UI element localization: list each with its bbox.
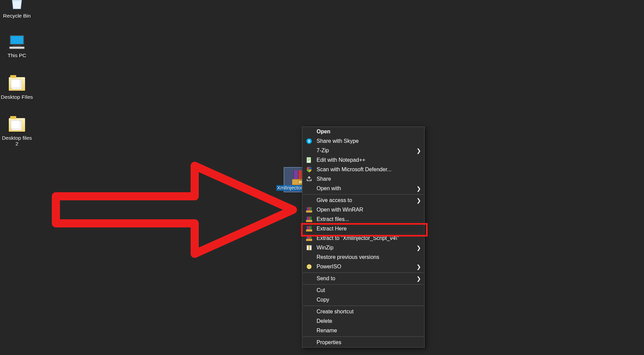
svg-rect-4 — [9, 47, 24, 49]
svg-rect-13 — [309, 246, 309, 247]
desktop-icon-label: This PC — [7, 52, 26, 58]
context-menu-send-to[interactable]: Send to ❯ — [302, 274, 424, 283]
menu-item-label: WinZip — [317, 245, 334, 251]
context-menu-create-shortcut[interactable]: Create shortcut — [302, 307, 424, 316]
menu-item-label: PowerISO — [317, 264, 341, 270]
context-menu-give-access[interactable]: Give access to ❯ — [302, 196, 424, 205]
menu-item-label: Extract Here — [317, 226, 347, 232]
menu-item-label: Share — [317, 176, 331, 182]
menu-item-label: Scan with Microsoft Defender... — [317, 167, 391, 173]
skype-icon: S — [306, 138, 313, 145]
menu-item-label: Cut — [317, 287, 325, 293]
desktop-icon-recycle-bin[interactable]: Recycle Bin — [0, 0, 34, 21]
svg-rect-14 — [309, 247, 309, 248]
defender-shield-icon — [306, 166, 313, 173]
context-menu-rename[interactable]: Rename — [302, 326, 424, 335]
svg-rect-15 — [309, 249, 309, 249]
context-menu-7zip[interactable]: 7-Zip ❯ — [302, 146, 424, 155]
folder-icon — [8, 116, 26, 134]
notepad-icon — [306, 157, 313, 163]
submenu-arrow-icon: ❯ — [416, 245, 421, 251]
menu-item-label: Share with Skype — [317, 138, 359, 144]
menu-separator — [303, 306, 424, 306]
menu-item-label: Open with WinRAR — [317, 207, 363, 213]
submenu-arrow-icon: ❯ — [416, 275, 421, 282]
menu-separator — [303, 272, 424, 273]
svg-rect-8 — [307, 158, 310, 159]
winrar-icon — [306, 225, 313, 232]
svg-rect-2 — [11, 36, 23, 44]
menu-item-label: Send to — [317, 275, 335, 282]
desktop-icon-label: Desktop files 2 — [2, 135, 32, 147]
menu-item-label: Copy — [317, 297, 329, 303]
menu-item-label: Extract files... — [317, 216, 349, 222]
share-icon — [306, 176, 313, 182]
submenu-arrow-icon: ❯ — [416, 148, 421, 154]
context-menu-extract-to[interactable]: Extract to "XmlInjector_Script_v4\" — [302, 234, 424, 243]
menu-item-label: 7-Zip — [317, 148, 329, 154]
context-menu-properties[interactable]: Properties — [302, 338, 424, 347]
svg-rect-7 — [307, 157, 311, 163]
folder-icon — [8, 75, 26, 93]
menu-separator — [303, 336, 424, 337]
context-menu-cut[interactable]: Cut — [302, 286, 424, 295]
context-menu-share-skype[interactable]: S Share with Skype — [302, 136, 424, 146]
submenu-arrow-icon: ❯ — [416, 185, 421, 192]
winzip-icon — [306, 244, 313, 251]
context-menu-share[interactable]: Share — [302, 174, 424, 184]
winrar-icon — [306, 235, 313, 242]
desktop-icon-this-pc[interactable]: This PC — [0, 31, 34, 60]
menu-item-label: Delete — [317, 318, 332, 324]
menu-separator — [303, 194, 424, 195]
recycle-bin-icon — [8, 0, 26, 12]
menu-item-label: Restore previous versions — [317, 254, 379, 260]
context-menu-extract-files[interactable]: Extract files... — [302, 215, 424, 224]
context-menu-copy[interactable]: Copy — [302, 295, 424, 305]
submenu-arrow-icon: ❯ — [416, 264, 421, 270]
desktop-icon-label: Recycle Bin — [3, 13, 31, 19]
context-menu-scan-defender[interactable]: Scan with Microsoft Defender... — [302, 165, 424, 174]
submenu-arrow-icon: ❯ — [416, 197, 421, 204]
svg-rect-9 — [307, 159, 310, 160]
winrar-icon — [306, 206, 313, 213]
desktop-icon-folder-1[interactable]: Desktop FIles — [0, 73, 34, 102]
context-menu-open-with[interactable]: Open with ❯ — [302, 184, 424, 193]
desktop-icon-label: Desktop FIles — [1, 94, 33, 100]
context-menu-poweriso[interactable]: PowerISO ❯ — [302, 262, 424, 271]
menu-item-label: Open with — [317, 185, 341, 192]
context-menu-delete[interactable]: Delete — [302, 316, 424, 326]
menu-item-label: Edit with Notepad++ — [317, 157, 365, 163]
poweriso-icon — [306, 263, 313, 270]
menu-item-label: Create shortcut — [317, 309, 353, 315]
svg-rect-10 — [307, 160, 309, 161]
menu-item-label: Rename — [317, 328, 337, 334]
context-menu-edit-notepad[interactable]: Edit with Notepad++ — [302, 155, 424, 165]
menu-item-label: Open — [317, 129, 330, 135]
context-menu-open-winrar[interactable]: Open with WinRAR — [302, 205, 424, 215]
menu-separator — [303, 284, 424, 285]
context-menu: Open S Share with Skype 7-Zip ❯ Edit wit… — [302, 127, 425, 348]
annotation-arrow — [49, 159, 300, 261]
menu-item-label: Properties — [317, 339, 341, 346]
menu-item-label: Give access to — [317, 197, 352, 203]
this-pc-icon — [8, 34, 26, 51]
desktop-icon-folder-2[interactable]: Desktop files 2 — [0, 114, 34, 149]
context-menu-extract-here[interactable]: Extract Here — [302, 224, 424, 234]
svg-text:S: S — [308, 139, 310, 143]
context-menu-restore-previous[interactable]: Restore previous versions — [302, 252, 424, 262]
context-menu-open[interactable]: Open — [302, 127, 424, 136]
svg-point-17 — [308, 266, 310, 267]
svg-rect-3 — [13, 45, 21, 47]
menu-item-label: Extract to "XmlInjector_Script_v4\" — [317, 235, 399, 241]
context-menu-winzip[interactable]: WinZip ❯ — [302, 243, 424, 252]
winrar-icon — [306, 216, 313, 223]
desktop-icon-grid: Recycle Bin This PC Desktop FIles Deskto… — [0, 0, 34, 149]
